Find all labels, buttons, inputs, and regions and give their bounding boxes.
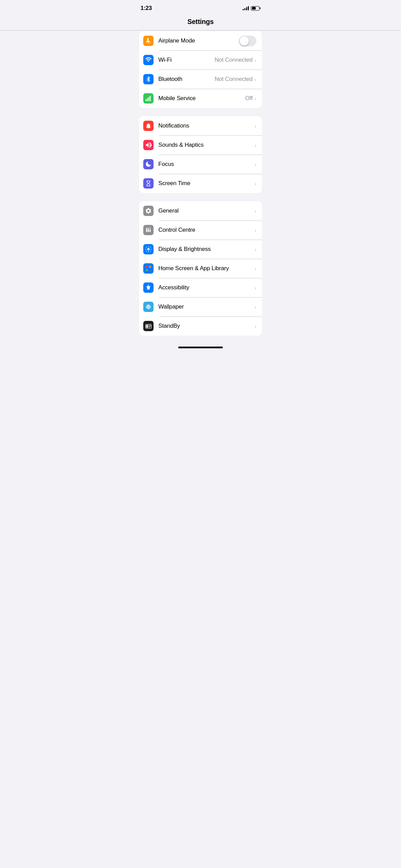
svg-point-27	[146, 306, 148, 307]
wallpaper-label: Wallpaper	[158, 303, 255, 310]
control-centre-row[interactable]: Control Centre ›	[139, 220, 262, 240]
control-centre-label: Control Centre	[158, 227, 255, 233]
sun-svg	[145, 246, 152, 253]
svg-line-17	[146, 251, 147, 251]
status-bar: 1:23	[134, 0, 267, 14]
sounds-haptics-label: Sounds & Haptics	[158, 142, 255, 148]
notifications-chevron-icon: ›	[255, 123, 256, 129]
svg-line-13	[146, 247, 147, 248]
screen-time-icon	[143, 178, 154, 189]
accessibility-svg	[145, 284, 152, 291]
svg-rect-21	[146, 269, 148, 271]
wifi-row[interactable]: Wi-Fi Not Connected ›	[139, 50, 262, 70]
focus-chevron-icon: ›	[255, 161, 256, 167]
svg-rect-5	[148, 229, 149, 232]
screen-time-label: Screen Time	[158, 180, 255, 187]
bluetooth-value: Not Connected	[215, 76, 253, 83]
wifi-chevron-icon: ›	[255, 57, 256, 63]
cellular-svg	[145, 95, 152, 102]
mobile-service-row[interactable]: Mobile Service Off ›	[139, 89, 262, 108]
svg-rect-22	[149, 269, 151, 271]
page-title-bar: Settings	[134, 14, 267, 31]
wallpaper-chevron-icon: ›	[255, 304, 256, 310]
svg-rect-1	[147, 98, 148, 101]
mobile-service-chevron-icon: ›	[255, 96, 256, 101]
home-screen-row[interactable]: Home Screen & App Library ›	[139, 259, 262, 278]
page-title: Settings	[187, 18, 214, 25]
display-brightness-icon	[143, 244, 154, 254]
svg-line-18	[150, 247, 150, 248]
bluetooth-icon	[143, 74, 154, 84]
bluetooth-chevron-icon: ›	[255, 76, 256, 82]
section-connectivity: Airplane Mode Wi-Fi Not Connected › Blue…	[139, 31, 262, 108]
svg-rect-3	[150, 96, 151, 101]
notifications-row[interactable]: Notifications ›	[139, 116, 262, 135]
home-bar	[178, 347, 223, 348]
accessibility-icon	[143, 282, 154, 293]
airplane-mode-toggle[interactable]	[239, 36, 256, 46]
svg-rect-2	[148, 97, 149, 101]
accessibility-chevron-icon: ›	[255, 285, 256, 291]
accessibility-label: Accessibility	[158, 284, 255, 291]
general-icon	[143, 206, 154, 216]
control-centre-chevron-icon: ›	[255, 227, 256, 233]
notifications-label: Notifications	[158, 122, 255, 129]
bluetooth-row[interactable]: Bluetooth Not Connected ›	[139, 70, 262, 89]
svg-rect-19	[146, 266, 148, 268]
standby-icon	[143, 321, 154, 331]
sounds-haptics-row[interactable]: Sounds & Haptics ›	[139, 135, 262, 155]
flower-svg	[145, 303, 152, 310]
wifi-icon	[143, 55, 154, 65]
signal-bars-icon	[243, 6, 249, 10]
wallpaper-row[interactable]: Wallpaper ›	[139, 297, 262, 316]
general-row[interactable]: General ›	[139, 201, 262, 220]
section-notifications: Notifications › Sounds & Haptics › Focus…	[139, 116, 262, 193]
wifi-svg	[145, 57, 152, 63]
home-screen-icon	[143, 263, 154, 274]
standby-chevron-icon: ›	[255, 323, 256, 329]
general-chevron-icon: ›	[255, 208, 256, 214]
status-time: 1:23	[141, 5, 152, 12]
display-brightness-row[interactable]: Display & Brightness ›	[139, 240, 262, 259]
sounds-haptics-icon	[143, 140, 154, 150]
battery-icon	[251, 6, 260, 11]
svg-line-14	[150, 251, 150, 251]
notifications-icon	[143, 121, 154, 131]
airplane-mode-icon	[143, 36, 154, 46]
hourglass-svg	[145, 180, 152, 187]
svg-point-25	[148, 304, 149, 306]
bell-svg	[145, 122, 152, 129]
gear-svg	[145, 207, 152, 214]
svg-rect-0	[146, 99, 147, 101]
airplane-mode-row[interactable]: Airplane Mode	[139, 31, 262, 50]
standby-row[interactable]: StandBy ›	[139, 316, 262, 336]
focus-label: Focus	[158, 161, 255, 168]
general-label: General	[158, 207, 255, 214]
wallpaper-icon	[143, 302, 154, 312]
moon-svg	[145, 161, 152, 168]
accessibility-row[interactable]: Accessibility ›	[139, 278, 262, 297]
bluetooth-svg	[145, 76, 152, 83]
mobile-service-value: Off	[245, 95, 253, 102]
svg-rect-6	[149, 230, 150, 232]
mobile-service-label: Mobile Service	[158, 95, 245, 102]
screen-time-row[interactable]: Screen Time ›	[139, 174, 262, 193]
airplane-svg	[145, 37, 152, 44]
sounds-haptics-chevron-icon: ›	[255, 142, 256, 148]
home-screen-label: Home Screen & App Library	[158, 265, 255, 272]
status-icons	[243, 6, 260, 11]
display-brightness-label: Display & Brightness	[158, 246, 255, 253]
bluetooth-label: Bluetooth	[158, 76, 215, 83]
home-indicator	[134, 344, 267, 350]
svg-rect-4	[146, 228, 147, 232]
standby-svg	[145, 323, 152, 329]
focus-row[interactable]: Focus ›	[139, 155, 262, 174]
home-screen-chevron-icon: ›	[255, 266, 256, 272]
mobile-service-icon	[143, 93, 154, 104]
speaker-svg	[145, 142, 152, 148]
svg-rect-20	[149, 266, 151, 268]
control-centre-icon	[143, 225, 154, 235]
svg-point-23	[148, 285, 149, 286]
screen-time-chevron-icon: ›	[255, 181, 256, 186]
svg-point-26	[148, 308, 149, 310]
